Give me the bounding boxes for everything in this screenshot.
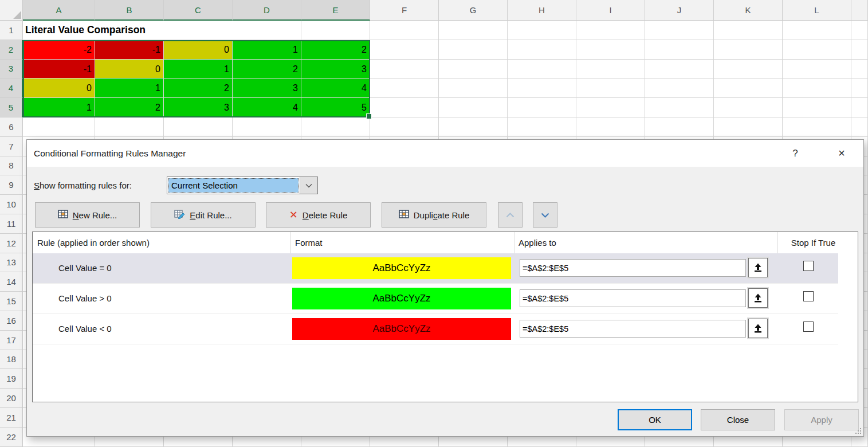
cell-I2[interactable]	[576, 40, 645, 60]
cell-K1[interactable]	[714, 21, 783, 40]
column-header-G[interactable]: G	[439, 0, 508, 21]
collapse-dialog-range-button[interactable]	[748, 258, 768, 277]
cell-F5[interactable]	[370, 98, 439, 117]
cell-C5[interactable]: 3	[164, 98, 233, 117]
column-header-E[interactable]: E	[301, 0, 370, 21]
delete-rule-button[interactable]: ✕ Delete Rule	[266, 202, 371, 228]
cell-partial[interactable]	[851, 79, 868, 98]
cell-E1[interactable]	[301, 21, 370, 40]
cell-F1[interactable]	[370, 21, 439, 40]
cell-C2[interactable]: 0	[164, 40, 233, 60]
cell-I1[interactable]	[576, 21, 645, 40]
cell-D5[interactable]: 4	[233, 98, 301, 117]
column-header-I[interactable]: I	[576, 0, 645, 21]
column-header-J[interactable]: J	[645, 0, 714, 21]
cell-D4[interactable]: 3	[233, 79, 301, 98]
cell-partial[interactable]	[851, 60, 868, 79]
row-header-15[interactable]: 15	[0, 292, 23, 311]
cell-H2[interactable]	[508, 40, 576, 60]
show-rules-for-dropdown[interactable]: Current Selection	[167, 177, 318, 194]
column-header-L[interactable]: L	[783, 0, 851, 21]
cell-K6[interactable]	[714, 117, 783, 137]
row-header-9[interactable]: 9	[0, 175, 23, 195]
select-all-corner[interactable]	[0, 0, 23, 21]
cell-partial[interactable]	[851, 21, 868, 40]
cell-J2[interactable]	[645, 40, 714, 60]
move-rule-down-button[interactable]	[533, 202, 557, 228]
cell-H1[interactable]	[508, 21, 576, 40]
close-button[interactable]: Close	[701, 409, 775, 430]
column-header-D[interactable]: D	[233, 0, 301, 21]
column-header-C[interactable]: C	[164, 0, 233, 21]
cell-F2[interactable]	[370, 40, 439, 60]
cell-L2[interactable]	[783, 40, 851, 60]
cell-H5[interactable]	[508, 98, 576, 117]
rule-row-3[interactable]: Cell Value < 0AaBbCcYyZz	[33, 314, 838, 344]
move-rule-up-button[interactable]	[498, 202, 523, 228]
cell-C3[interactable]: 1	[164, 60, 233, 79]
applies-to-input[interactable]	[520, 289, 746, 307]
cell-B4[interactable]: 1	[95, 79, 164, 98]
row-header-13[interactable]: 13	[0, 253, 23, 273]
column-header-B[interactable]: B	[95, 0, 164, 21]
cell-partial[interactable]	[851, 98, 868, 117]
cell-L5[interactable]	[783, 98, 851, 117]
cell-A1[interactable]: Literal Value Comparison	[23, 21, 95, 40]
row-header-19[interactable]: 19	[0, 369, 23, 389]
row-header-7[interactable]: 7	[0, 137, 23, 156]
cell-G3[interactable]	[439, 60, 508, 79]
cell-I4[interactable]	[576, 79, 645, 98]
cell-I6[interactable]	[576, 117, 645, 137]
rule-row-2[interactable]: Cell Value > 0AaBbCcYyZz	[33, 284, 838, 314]
cell-D6[interactable]	[233, 117, 301, 137]
cell-B3[interactable]: 0	[95, 60, 164, 79]
stop-if-true-checkbox[interactable]	[803, 261, 814, 271]
row-header-18[interactable]: 18	[0, 350, 23, 370]
cell-G1[interactable]	[439, 21, 508, 40]
cell-D1[interactable]	[233, 21, 301, 40]
apply-button[interactable]: Apply	[784, 409, 859, 430]
cell-C1[interactable]	[164, 21, 233, 40]
cell-C6[interactable]	[164, 117, 233, 137]
edit-rule-button[interactable]: Edit Rule...	[151, 202, 256, 228]
cell-E2[interactable]: 2	[301, 40, 370, 60]
cell-K5[interactable]	[714, 98, 783, 117]
cell-E3[interactable]: 3	[301, 60, 370, 79]
cell-J5[interactable]	[645, 98, 714, 117]
cell-H3[interactable]	[508, 60, 576, 79]
close-icon[interactable]: ✕	[831, 140, 853, 167]
row-header-1[interactable]: 1	[0, 21, 23, 40]
cell-H6[interactable]	[508, 117, 576, 137]
row-header-17[interactable]: 17	[0, 331, 23, 350]
cell-partial[interactable]	[851, 40, 868, 60]
cell-J6[interactable]	[645, 117, 714, 137]
cell-B2[interactable]: -1	[95, 40, 164, 60]
column-header-A[interactable]: A	[23, 0, 95, 21]
collapse-dialog-range-button[interactable]	[748, 319, 768, 338]
help-button[interactable]: ?	[786, 140, 804, 167]
cell-F4[interactable]	[370, 79, 439, 98]
cell-A2[interactable]: -2	[23, 40, 95, 60]
row-header-16[interactable]: 16	[0, 311, 23, 331]
column-header-partial[interactable]	[851, 0, 868, 21]
cell-A4[interactable]: 0	[23, 79, 95, 98]
rule-row-1[interactable]: Cell Value = 0AaBbCcYyZz	[33, 253, 838, 284]
cell-J3[interactable]	[645, 60, 714, 79]
cell-partial[interactable]	[851, 117, 868, 137]
cell-G4[interactable]	[439, 79, 508, 98]
applies-to-input[interactable]	[520, 320, 746, 338]
cell-I5[interactable]	[576, 98, 645, 117]
cell-L6[interactable]	[783, 117, 851, 137]
cell-A5[interactable]: 1	[23, 98, 95, 117]
resize-grip[interactable]	[854, 427, 862, 434]
stop-if-true-checkbox[interactable]	[803, 321, 814, 332]
column-header-K[interactable]: K	[714, 0, 783, 21]
cell-E5[interactable]: 5	[301, 98, 370, 117]
cell-D3[interactable]: 2	[233, 60, 301, 79]
row-header-4[interactable]: 4	[0, 79, 23, 98]
cell-H4[interactable]	[508, 79, 576, 98]
row-header-20[interactable]: 20	[0, 389, 23, 408]
cell-L3[interactable]	[783, 60, 851, 79]
cell-A6[interactable]	[23, 117, 95, 137]
column-header-F[interactable]: F	[370, 0, 439, 21]
